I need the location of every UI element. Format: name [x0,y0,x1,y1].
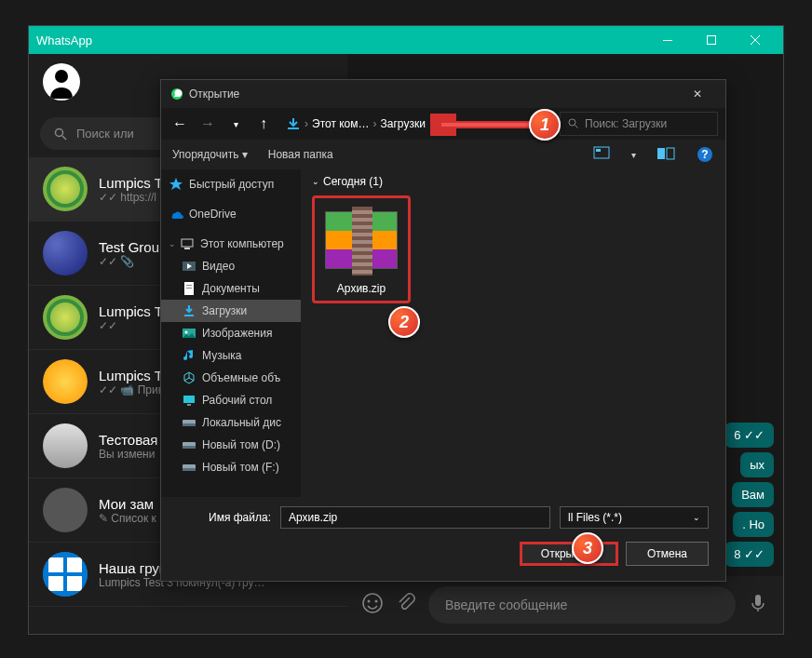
svg-rect-16 [594,147,609,158]
svg-rect-34 [183,423,196,426]
new-folder-button[interactable]: Новая папка [268,148,333,161]
nav-back-button[interactable]: ← [169,113,191,135]
callout-3: 3 [572,532,603,564]
view-icon[interactable] [592,145,611,164]
svg-rect-5 [48,557,63,572]
callout-2: 2 [388,306,420,338]
tree-item-music[interactable]: Музыка [161,344,301,367]
svg-rect-14 [288,128,299,129]
tree-item-quick-access[interactable]: Быстрый доступ [161,173,301,195]
chat-avatar [43,488,88,532]
close-button[interactable] [734,26,776,54]
chat-avatar [43,552,88,597]
tree-item-drive-d[interactable]: Новый том (D:) [161,434,301,456]
chat-avatar [43,295,88,340]
svg-point-2 [55,70,68,83]
help-icon[interactable]: ? [696,145,714,164]
message-input[interactable]: Введите сообщение [428,586,736,624]
svg-rect-32 [187,404,191,406]
tree-item-documents[interactable]: Документы [161,277,301,300]
message-bubble: . Но [733,512,774,537]
tree-item-pictures[interactable]: Изображения [161,322,301,344]
svg-rect-23 [184,248,190,249]
mic-icon[interactable] [747,592,769,618]
svg-rect-38 [183,468,196,471]
nav-forward-button[interactable]: → [196,113,219,135]
group-header[interactable]: ⌄Сегодня (1) [312,175,714,188]
tree-item-downloads[interactable]: Загрузки [161,300,301,322]
tree-item-this-pc[interactable]: ⌄Этот компьютер [161,233,301,255]
svg-rect-8 [67,576,82,591]
svg-rect-36 [183,446,196,449]
tree-item-drive-f[interactable]: Новый том (F:) [161,456,301,478]
whatsapp-icon [170,87,183,101]
zip-file-icon [325,204,398,276]
svg-rect-0 [663,40,672,41]
tree-item-desktop[interactable]: Рабочий стол [161,389,301,411]
svg-rect-17 [596,149,601,152]
filename-input[interactable] [280,506,550,529]
chat-avatar [43,423,88,468]
maximize-button[interactable] [690,26,732,54]
svg-rect-6 [67,557,82,572]
svg-point-30 [185,331,188,334]
emoji-icon[interactable] [361,592,384,618]
folder-tree: Быстрый доступ OneDrive ⌄Этот компьютер … [161,169,301,497]
message-bubble: 8 ✓✓ [724,542,774,567]
search-icon [568,118,579,129]
svg-rect-19 [667,148,674,159]
file-list[interactable]: ⌄Сегодня (1) Архив.zip [301,169,725,497]
svg-rect-31 [183,396,195,403]
view-dropdown-icon[interactable]: ▾ [631,150,636,160]
avatar[interactable] [43,63,80,101]
file-item-archive[interactable]: Архив.zip [317,200,406,299]
filetype-select[interactable]: ll Files (*.*)⌄ [560,506,709,529]
message-bubble: Вам [732,482,774,507]
nav-up-button[interactable]: ↑ [252,113,275,135]
annotation-arrow [430,114,542,136]
dialog-title-text: Открытие [189,87,239,101]
svg-rect-1 [707,36,715,45]
tree-item-drive-c[interactable]: Локальный дис [161,411,301,434]
svg-rect-7 [48,576,63,591]
chat-avatar [43,167,88,211]
message-bubble: 6 ✓✓ [724,423,774,448]
svg-point-9 [363,594,382,612]
chat-avatar [43,359,88,404]
dialog-search-input[interactable]: Поиск: Загрузки [560,112,718,136]
svg-rect-18 [657,148,665,159]
search-icon [54,128,67,141]
svg-rect-28 [184,315,194,316]
svg-rect-12 [755,595,761,606]
svg-point-3 [56,128,63,136]
dialog-close-button[interactable]: ✕ [679,87,716,101]
titlebar: WhatsApp [29,26,783,54]
svg-text:?: ? [701,148,708,161]
tree-item-videos[interactable]: Видео [161,255,301,277]
minimize-button[interactable] [646,26,688,54]
download-folder-icon [286,116,301,131]
nav-dropdown-icon[interactable]: ▾ [224,113,247,135]
preview-icon[interactable] [656,145,675,164]
svg-rect-22 [182,239,193,247]
callout-1: 1 [529,109,561,141]
composer: Введите сообщение [347,576,783,634]
open-button[interactable]: Открыть▾ [520,542,618,566]
message-bubble: ых [740,452,774,477]
svg-point-10 [368,600,371,603]
file-open-dialog: Открытие ✕ ← → ▾ ↑ › Этот ком… › Загрузк… [160,79,726,582]
organize-button[interactable]: Упорядочить ▾ [172,148,248,161]
filename-label: Имя файла: [178,511,271,524]
tree-item-onedrive[interactable]: OneDrive [161,203,301,225]
chat-avatar [43,231,88,275]
tree-item-3d[interactable]: Объемные объ [161,367,301,389]
svg-point-15 [569,119,575,126]
cancel-button[interactable]: Отмена [626,542,709,566]
app-title: WhatsApp [36,34,646,47]
svg-point-11 [375,600,378,603]
attach-icon[interactable] [395,592,417,618]
svg-rect-26 [186,285,192,286]
svg-rect-27 [186,288,192,289]
